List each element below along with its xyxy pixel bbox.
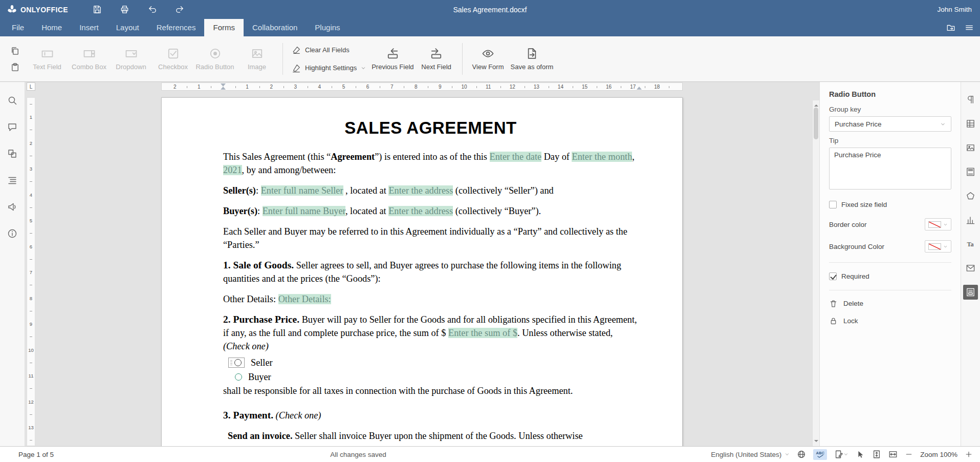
track-changes-button[interactable]: [834, 450, 848, 459]
document-page[interactable]: SALES AGREEMENTThis Sales Agreement (thi…: [161, 97, 683, 446]
doc-paragraph[interactable]: 1. Sale of Goods. Seller agrees to sell,…: [223, 259, 638, 285]
tab-layout[interactable]: Layout: [107, 19, 148, 36]
radio-icon[interactable]: [235, 373, 242, 381]
language-selector[interactable]: English (United States): [711, 451, 790, 458]
vertical-ruler-scale[interactable]: 12345678910111213: [27, 97, 35, 446]
search-button[interactable]: [6, 94, 18, 107]
headings-button[interactable]: [6, 174, 18, 186]
text-field-button[interactable]: Text Field: [26, 47, 68, 71]
form-field[interactable]: 2021: [223, 165, 242, 175]
print-button[interactable]: [119, 4, 130, 15]
form-field[interactable]: Enter full name Seller: [261, 185, 343, 196]
tip-input[interactable]: Purchase Price: [829, 148, 951, 190]
tab-selector-box[interactable]: L: [27, 82, 35, 91]
view-settings-button[interactable]: [965, 23, 974, 32]
tab-forms[interactable]: Forms: [204, 19, 244, 36]
required-checkbox[interactable]: [829, 272, 837, 280]
paragraph-settings-button[interactable]: [963, 92, 978, 107]
mail-merge-button[interactable]: [963, 261, 978, 276]
tab-collaboration[interactable]: Collaboration: [244, 19, 306, 36]
image-field-button[interactable]: Image: [236, 47, 278, 71]
form-field[interactable]: Enter full name Buyer: [263, 206, 345, 216]
background-color-picker[interactable]: [925, 240, 951, 253]
copy-button[interactable]: [10, 46, 20, 56]
table-settings-button[interactable]: [963, 116, 978, 131]
tab-home[interactable]: Home: [33, 19, 71, 36]
radio-button-button[interactable]: Radio Button: [194, 47, 236, 71]
form-settings-button[interactable]: [963, 285, 978, 300]
first-line-indent-marker[interactable]: [221, 83, 226, 87]
delete-field-button[interactable]: Delete: [829, 299, 951, 308]
tab-file[interactable]: File: [3, 19, 33, 36]
scroll-down-arrow[interactable]: [814, 440, 818, 444]
selected-radio-field[interactable]: [228, 358, 245, 368]
spellcheck-toggle[interactable]: ABC: [813, 449, 827, 460]
about-button[interactable]: [6, 227, 18, 240]
text-art-settings-button[interactable]: Ta: [963, 237, 978, 251]
clear-all-fields-button[interactable]: Clear All Fields: [292, 44, 366, 56]
doc-paragraph[interactable]: Each Seller and Buyer may be referred to…: [223, 225, 638, 251]
right-indent-marker[interactable]: [637, 87, 642, 90]
highlight-settings-button[interactable]: Highlight Settings: [292, 62, 366, 74]
undo-button[interactable]: [147, 4, 158, 15]
doc-paragraph[interactable]: Other Details: Other Details:: [223, 292, 638, 306]
image-settings-button[interactable]: [963, 140, 978, 155]
form-field[interactable]: Enter the address: [388, 185, 453, 196]
form-field[interactable]: Enter the sum of $: [448, 328, 517, 338]
left-indent-marker[interactable]: [221, 87, 226, 90]
form-field[interactable]: Enter the date: [490, 152, 542, 162]
paste-button[interactable]: [10, 62, 20, 72]
combo-box-button[interactable]: Combo Box: [68, 47, 110, 71]
checkbox-button[interactable]: Checkbox: [152, 47, 194, 71]
radio-option-row[interactable]: Buyer: [223, 370, 638, 384]
navigation-button[interactable]: [6, 148, 18, 160]
select-tool-button[interactable]: [856, 450, 865, 459]
doc-paragraph[interactable]: 3. Payment. (Check one): [223, 409, 638, 422]
tab-references[interactable]: References: [148, 19, 205, 36]
zoom-out-button[interactable]: [905, 450, 913, 458]
scrollbar-thumb[interactable]: [814, 108, 818, 139]
group-key-select[interactable]: Purchase Price: [829, 116, 951, 132]
save-as-oform-button[interactable]: Save as oform: [509, 47, 555, 71]
shape-settings-button[interactable]: [963, 188, 978, 203]
fit-width-button[interactable]: [888, 450, 898, 459]
tab-insert[interactable]: Insert: [71, 19, 107, 36]
required-checkbox-row[interactable]: Required: [829, 272, 951, 280]
header-footer-settings-button[interactable]: [963, 164, 978, 179]
doc-paragraph[interactable]: Buyer(s): Enter full name Buyer, located…: [223, 204, 638, 218]
dropdown-button[interactable]: Dropdown: [110, 47, 152, 71]
page-indicator[interactable]: Page 1 of 5: [18, 451, 54, 458]
tab-plugins[interactable]: Plugins: [306, 19, 349, 36]
radio-icon[interactable]: [234, 359, 242, 366]
fixed-size-checkbox[interactable]: [829, 201, 837, 208]
horizontal-ruler-scale[interactable]: 21123456789101112131415161718: [161, 82, 683, 91]
form-field[interactable]: Enter the address: [388, 206, 453, 216]
user-name[interactable]: John Smith: [937, 6, 980, 13]
comments-button[interactable]: [6, 121, 18, 133]
view-form-button[interactable]: View Form: [467, 47, 509, 71]
document-heading[interactable]: SALES AGREEMENT: [223, 118, 638, 138]
form-field[interactable]: Other Details:: [278, 294, 331, 304]
radio-option-row[interactable]: Seller: [223, 355, 638, 370]
lock-field-button[interactable]: Lock: [829, 317, 951, 325]
feedback-button[interactable]: [6, 201, 18, 213]
doc-paragraph[interactable]: 2. Purchase Price. Buyer will pay to Sel…: [223, 313, 638, 353]
redo-button[interactable]: [175, 4, 186, 15]
save-button[interactable]: [92, 4, 103, 15]
next-field-button[interactable]: Next Field: [416, 47, 458, 71]
doc-paragraph[interactable]: This Sales Agreement (this “Agreement”) …: [223, 150, 638, 177]
open-file-location-button[interactable]: [946, 23, 955, 32]
set-document-language-button[interactable]: [797, 450, 806, 459]
scroll-up-arrow[interactable]: [814, 102, 818, 107]
chart-settings-button[interactable]: [963, 213, 978, 227]
border-color-picker[interactable]: [925, 218, 951, 230]
fixed-size-field-checkbox-row[interactable]: Fixed size field: [829, 201, 951, 208]
vertical-scrollbar[interactable]: [812, 100, 819, 446]
form-field[interactable]: Enter the month: [572, 152, 632, 162]
document-scroll-area[interactable]: SALES AGREEMENTThis Sales Agreement (thi…: [37, 91, 819, 446]
doc-paragraph[interactable]: Send an invoice. Seller shall invoice Bu…: [223, 429, 638, 443]
fit-page-button[interactable]: [872, 450, 881, 459]
previous-field-button[interactable]: Previous Field: [370, 47, 415, 71]
doc-paragraph[interactable]: shall be responsible for all taxes in co…: [223, 384, 638, 397]
zoom-in-button[interactable]: [965, 450, 973, 458]
